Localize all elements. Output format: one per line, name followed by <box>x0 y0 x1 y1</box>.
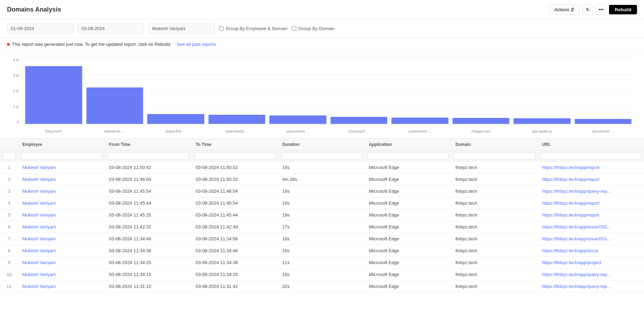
filter-url[interactable] <box>541 152 641 160</box>
cell-duration: 10s <box>278 197 365 209</box>
cell-from-time: 03-08-2024 11:34:46 <box>105 233 192 245</box>
rebuild-button[interactable]: Rebuild <box>609 5 637 14</box>
bar-3[interactable] <box>208 115 266 124</box>
from-date-input[interactable] <box>7 23 73 34</box>
to-date-input[interactable] <box>78 23 144 34</box>
cell-from-time: 03-08-2024 11:31:10 <box>105 281 192 292</box>
employee-link[interactable]: Mukesh Variyani <box>22 200 56 206</box>
cell-application: Microsoft Edge <box>365 269 451 281</box>
filter-num[interactable] <box>3 152 15 160</box>
bar-8[interactable] <box>514 118 571 124</box>
chart-bars-area <box>23 58 634 124</box>
url-link[interactable]: https://finbyz.tech/app/project <box>542 260 633 265</box>
employee-link[interactable]: Mukesh Variyani <box>22 284 56 289</box>
url-link[interactable]: https://finbyz.tech/app/query-rep... <box>542 272 633 277</box>
bar-7[interactable] <box>453 118 510 124</box>
group-by-employee-domain-text: Group By Employee & Domain <box>226 26 288 31</box>
table-row: 5 Mukesh Variyani 03-08-2024 11:45:25 03… <box>0 209 644 221</box>
cell-application: Microsoft Edge <box>365 174 451 185</box>
url-link[interactable]: https://finbyz.tech/app/query-rep... <box>542 284 633 289</box>
cell-num: 3 <box>0 185 18 197</box>
filter-duration[interactable] <box>281 152 362 160</box>
cell-domain: finbyz.tech <box>451 209 538 221</box>
filter-to-time[interactable] <box>194 152 275 160</box>
cell-employee: Mukesh Variyani <box>18 197 105 209</box>
cell-application: Microsoft Edge <box>365 209 451 221</box>
url-link[interactable]: https://finbyz.tech/app/report <box>542 212 633 218</box>
cell-to-time: 03-08-2024 11:31:42 <box>191 281 278 292</box>
url-link[interactable]: https://finbyz.tech/app/query-rep... <box>542 189 633 194</box>
bar-group-0 <box>23 58 84 124</box>
employee-link[interactable]: Mukesh Variyani <box>22 165 56 170</box>
cell-duration: 10s <box>278 269 365 281</box>
bar-6[interactable] <box>391 118 448 124</box>
cell-to-time: 03-08-2024 11:50:32 <box>191 174 278 185</box>
bar-group-8 <box>511 58 573 124</box>
bar-group-9 <box>573 58 634 124</box>
cell-to-time: 03-08-2024 11:45:44 <box>191 209 278 221</box>
filter-domain[interactable] <box>454 152 535 160</box>
bar-label-4: www.eleinst ... <box>267 125 328 135</box>
bar-5[interactable] <box>331 117 388 124</box>
cell-application: Microsoft Edge <box>365 185 451 197</box>
employee-link[interactable]: Mukesh Variyani <box>22 177 56 182</box>
cell-from-time: 03-08-2024 11:50:42 <box>105 162 192 174</box>
employee-link[interactable]: Mukesh Variyani <box>22 260 56 265</box>
bar-4[interactable] <box>269 115 326 124</box>
filter-employee[interactable] <box>21 152 102 160</box>
url-link[interactable]: https://finbyz.tech/app/report <box>542 177 633 182</box>
employee-link[interactable]: Mukesh Variyani <box>22 189 56 194</box>
bar-2[interactable] <box>147 114 204 124</box>
bar-1[interactable] <box>86 87 143 124</box>
bar-0[interactable] <box>25 66 82 124</box>
url-link[interactable]: https://finbyz.tech/app/issue <box>542 248 633 253</box>
more-options-button[interactable]: ••• <box>596 4 606 15</box>
bar-label-7: chatgpt.com <box>450 125 511 135</box>
col-from-time: From Time <box>105 139 192 151</box>
employee-link[interactable]: Mukesh Variyani <box>22 212 56 218</box>
cell-domain: finbyz.tech <box>451 197 538 209</box>
cell-from-time: 03-08-2024 11:34:25 <box>105 257 192 269</box>
url-link[interactable]: https://finbyz.tech/app/issue/ISS... <box>542 236 633 241</box>
cell-domain: finbyz.tech <box>451 233 538 245</box>
url-link[interactable]: https://finbyz.tech/app/report <box>542 165 633 170</box>
group-by-domain-checkbox[interactable] <box>292 26 296 31</box>
cell-domain: finbyz.tech <box>451 245 538 257</box>
group-by-domain-label[interactable]: Group By Domain <box>292 26 334 31</box>
employee-link[interactable]: Mukesh Variyani <box>22 272 56 277</box>
employee-link[interactable]: Mukesh Variyani <box>22 236 56 241</box>
employee-input[interactable] <box>148 23 215 34</box>
cell-to-time: 03-08-2024 11:34:25 <box>191 269 278 281</box>
table-row: 1 Mukesh Variyani 03-08-2024 11:50:42 03… <box>0 162 644 174</box>
cell-url: https://finbyz.tech/app/query-rep... <box>538 281 644 292</box>
bar-label-8: app.apollo.io <box>511 125 573 135</box>
cell-url: https://finbyz.tech/app/query-rep... <box>538 185 644 197</box>
actions-button[interactable]: Actions ⇵ <box>549 5 580 15</box>
employee-link[interactable]: Mukesh Variyani <box>22 248 56 253</box>
url-link[interactable]: https://finbyz.tech/app/report <box>542 200 633 206</box>
url-link[interactable]: https://finbyz.tech/app/issue/ISS... <box>542 224 633 229</box>
data-table: Employee From Time To Time Duration Appl… <box>0 139 644 292</box>
filter-from-time[interactable] <box>108 152 189 160</box>
cell-from-time: 03-08-2024 11:46:04 <box>105 174 192 185</box>
y-label-3k: 3 K <box>7 73 19 78</box>
bar-label-1: website.fin ... <box>84 125 145 135</box>
employee-link[interactable]: Mukesh Variyani <box>22 224 56 229</box>
cell-url: https://finbyz.tech/app/issue/ISS... <box>538 221 644 233</box>
past-reports-link[interactable]: See all past reports. <box>177 42 217 47</box>
cell-to-time: 03-08-2024 11:42:49 <box>191 221 278 233</box>
refresh-button[interactable]: ↻ <box>582 4 593 15</box>
group-by-employee-domain-checkbox[interactable] <box>219 26 224 31</box>
notice-bar: This report was generated just now. To g… <box>0 38 644 51</box>
filters-bar: Group By Employee & Domain Group By Doma… <box>0 19 644 38</box>
table-body: 1 Mukesh Variyani 03-08-2024 11:50:42 03… <box>0 162 644 292</box>
cell-application: Microsoft Edge <box>365 245 451 257</box>
group-by-domain-text: Group By Domain <box>298 26 334 31</box>
cell-from-time: 03-08-2024 11:45:25 <box>105 209 192 221</box>
col-domain: Domain <box>451 139 538 151</box>
group-by-employee-domain-label[interactable]: Group By Employee & Domain <box>219 26 288 31</box>
cell-employee: Mukesh Variyani <box>18 233 105 245</box>
filter-application[interactable] <box>367 152 448 160</box>
bar-9[interactable] <box>575 119 632 124</box>
cell-from-time: 03-08-2024 11:34:15 <box>105 269 192 281</box>
